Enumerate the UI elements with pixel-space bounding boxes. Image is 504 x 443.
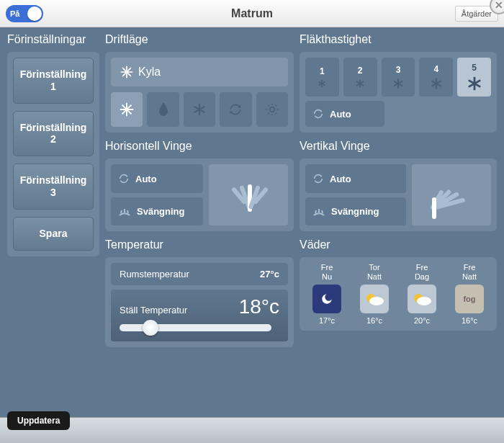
set-temp-box: Ställ Temperatur 18°c	[111, 290, 288, 341]
weather-temp: 17°c	[305, 316, 348, 325]
fan-speed-4-button[interactable]: 4	[419, 58, 453, 97]
recycle-icon	[312, 173, 324, 184]
weather-item: FreNatt fog 16°c	[448, 263, 491, 325]
mode-current-label: Kyla	[138, 66, 161, 79]
recycle-icon	[228, 102, 243, 117]
save-button[interactable]: Spara	[13, 217, 94, 251]
asterisk-icon	[318, 79, 326, 88]
moon-icon	[312, 285, 341, 313]
hvane-display	[209, 164, 288, 225]
vvane-panel: Auto Svängning	[300, 158, 497, 231]
footer: Uppdatera	[0, 417, 504, 443]
weather-temp: 16°c	[353, 316, 396, 325]
temp-slider[interactable]	[120, 324, 271, 331]
vvane-swing-button[interactable]: Svängning	[305, 197, 406, 225]
vvane-auto-label: Auto	[330, 174, 351, 184]
asterisk-icon	[392, 78, 404, 89]
fan-auto-label: Auto	[330, 109, 351, 120]
power-toggle[interactable]: På	[6, 5, 43, 22]
asterisk-icon	[192, 102, 207, 117]
sun-icon	[265, 102, 279, 117]
weather-title: Väder	[300, 238, 497, 253]
fan-speed-2-button[interactable]: 2	[343, 58, 377, 97]
fog-icon: fog	[455, 285, 484, 313]
asterisk-icon	[355, 79, 365, 89]
recycle-icon	[118, 173, 130, 184]
toggle-knob	[27, 6, 42, 21]
asterisk-icon	[467, 76, 482, 91]
preset-3-button[interactable]: Förinställning 3	[13, 164, 94, 210]
fan-panel: 1 2 3 4 5 Auto	[300, 52, 497, 133]
room-temp-value: 27°c	[260, 269, 279, 279]
fan-speed-3-button[interactable]: 3	[382, 58, 415, 97]
vvane-fan-icon	[419, 170, 484, 220]
hvane-swing-button[interactable]: Svängning	[111, 197, 203, 225]
weather-temp: 16°c	[448, 316, 491, 325]
weather-panel: FreNu 17°c TorNatt 16°c FreDag 20°c FreN…	[300, 257, 497, 331]
svg-point-0	[269, 107, 274, 112]
svg-point-12	[369, 297, 384, 305]
mode-fan-button[interactable]	[184, 92, 215, 127]
presets-title: Förinställningar	[7, 33, 99, 48]
mode-title: Driftläge	[105, 33, 294, 48]
set-temp-label: Ställ Temperatur	[120, 305, 187, 316]
drop-icon	[158, 102, 169, 117]
mode-auto-button[interactable]	[220, 92, 251, 127]
partly-cloudy-icon	[408, 285, 436, 313]
room-temp-label: Rumstemperatur	[120, 269, 189, 279]
mode-dry-button[interactable]	[147, 92, 179, 127]
preset-2-button[interactable]: Förinställning 2	[13, 111, 94, 157]
preset-1-button[interactable]: Förinställning 1	[13, 58, 94, 104]
header: På Matrum Åtgärder ✕	[0, 0, 504, 27]
hvane-auto-button[interactable]: Auto	[111, 164, 203, 193]
hvane-fan-icon	[216, 170, 281, 220]
set-temp-value: 18°c	[239, 295, 279, 318]
update-button[interactable]: Uppdatera	[7, 411, 70, 430]
fan-speed-5-button[interactable]: 5	[457, 58, 491, 97]
mode-heat-button[interactable]	[256, 92, 288, 127]
recycle-icon	[312, 108, 324, 120]
partly-cloudy-icon	[360, 285, 389, 313]
weather-item: FreNu 17°c	[305, 263, 348, 325]
vvane-title: Vertikal Vinge	[300, 140, 497, 154]
svg-point-14	[417, 297, 431, 305]
temp-panel: Rumstemperatur 27°c Ställ Temperatur 18°…	[105, 257, 294, 347]
presets-panel: Förinställning 1 Förinställning 2 Förins…	[7, 52, 99, 256]
mode-panel: Kyla	[105, 52, 294, 133]
mode-current: Kyla	[111, 58, 288, 86]
room-temp-row: Rumstemperatur 27°c	[111, 263, 288, 285]
asterisk-icon	[430, 77, 443, 90]
weather-item: TorNatt 16°c	[353, 263, 396, 325]
temp-slider-thumb[interactable]	[143, 320, 158, 336]
temp-title: Temperatur	[105, 238, 294, 253]
vvane-auto-button[interactable]: Auto	[305, 164, 406, 193]
toggle-label: På	[10, 9, 19, 18]
fan-speed-1-button[interactable]: 1	[305, 58, 339, 97]
hvane-panel: Auto Svängning	[105, 158, 294, 231]
fan-auto-button[interactable]: Auto	[305, 101, 384, 127]
mode-cool-button[interactable]	[111, 92, 143, 127]
swing-icon	[118, 207, 131, 217]
svg-rect-10	[432, 197, 436, 219]
hvane-auto-label: Auto	[135, 174, 157, 184]
page-title: Matrum	[231, 7, 273, 20]
vvane-swing-label: Svängning	[331, 206, 379, 217]
hvane-title: Horisontell Vinge	[105, 140, 294, 154]
vvane-display	[412, 164, 491, 225]
snowflake-icon	[119, 102, 135, 117]
hvane-swing-label: Svängning	[137, 206, 184, 217]
snowflake-icon	[120, 65, 134, 79]
weather-temp: 20°c	[400, 316, 444, 325]
fan-title: Fläkthastighet	[300, 33, 497, 48]
weather-item: FreDag 20°c	[400, 263, 444, 325]
swing-icon	[312, 207, 325, 217]
